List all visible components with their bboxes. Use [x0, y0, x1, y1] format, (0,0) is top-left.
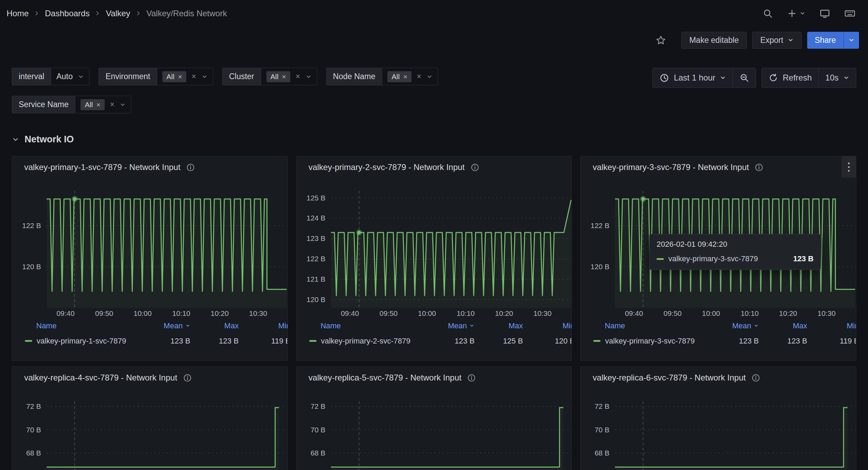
chip-remove-icon[interactable]: ×	[282, 73, 286, 80]
chevron-down-icon[interactable]	[426, 74, 433, 80]
legend-series-name[interactable]: valkey-primary-1-svc-7879	[37, 337, 126, 346]
svg-text:72 B: 72 B	[310, 402, 325, 410]
dashboard-toolbar: Make editable Export Share	[0, 27, 868, 54]
legend-header-mean[interactable]: Mean	[145, 321, 194, 330]
chip-remove-icon[interactable]: ×	[178, 73, 182, 80]
time-controls: Last 1 hour Refresh 10s	[652, 68, 856, 88]
legend-header-mean[interactable]: Mean	[714, 321, 762, 330]
legend-header-name[interactable]: Name	[309, 321, 430, 330]
info-icon[interactable]	[752, 374, 760, 382]
panel-title[interactable]: valkey-replica-4-svc-7879 - Network Inpu…	[24, 373, 177, 383]
filter-chip[interactable]: All×	[81, 99, 105, 110]
svg-text:09:40: 09:40	[625, 309, 643, 317]
panel-title[interactable]: valkey-replica-5-svc-7879 - Network Inpu…	[309, 373, 462, 383]
keyboard-icon[interactable]	[844, 8, 856, 19]
chart-svg[interactable]: 122 B120 B09:4009:5010:0010:1010:2010:30	[12, 178, 287, 318]
legend-min-value: 119 B	[242, 337, 288, 346]
legend-header-max[interactable]: Max	[478, 321, 526, 330]
chevron-right-icon	[135, 10, 142, 17]
make-editable-button[interactable]: Make editable	[681, 32, 747, 49]
legend-series-name[interactable]: valkey-primary-3-svc-7879	[605, 337, 695, 346]
clear-icon[interactable]: ×	[110, 100, 114, 109]
panel-title[interactable]: valkey-primary-1-svc-7879 - Network Inpu…	[24, 162, 180, 172]
variable-select-node-name[interactable]: All× ×	[382, 68, 438, 85]
legend-header-row: Name Mean Max Min	[581, 318, 856, 333]
refresh-button[interactable]: Refresh	[762, 68, 818, 87]
variable-select-cluster[interactable]: All× ×	[261, 68, 317, 85]
clear-icon[interactable]: ×	[295, 72, 300, 81]
panel-title[interactable]: valkey-primary-3-svc-7879 - Network Inpu…	[593, 162, 749, 172]
filter-chip[interactable]: All×	[266, 71, 291, 82]
chart-svg[interactable]: 72 B70 B68 B09:4009:5010:0010:1010:2010:…	[296, 389, 572, 470]
search-icon[interactable]	[763, 8, 773, 19]
timeseries-chart[interactable]: 72 B70 B68 B09:4009:5010:0010:1010:2010:…	[581, 389, 856, 470]
plus-icon	[787, 8, 797, 19]
panel-title[interactable]: valkey-replica-6-svc-7879 - Network Inpu…	[593, 373, 746, 383]
breadcrumb-dashboards[interactable]: Dashboards	[45, 9, 89, 18]
legend-header-min[interactable]: Min	[811, 321, 856, 330]
info-icon[interactable]	[183, 374, 192, 382]
chart-svg[interactable]: 72 B70 B68 B09:4009:5010:0010:1010:2010:…	[581, 389, 856, 470]
legend-header-max[interactable]: Max	[194, 321, 242, 330]
export-button[interactable]: Export	[752, 32, 801, 49]
chip-remove-icon[interactable]: ×	[96, 101, 101, 108]
legend-header-max[interactable]: Max	[762, 321, 811, 330]
panel-menu-button[interactable]	[841, 156, 856, 178]
filter-chip[interactable]: All×	[162, 71, 187, 82]
timeseries-chart[interactable]: 122 B120 B09:4009:5010:0010:1010:2010:30…	[581, 178, 856, 318]
timeseries-chart[interactable]: 72 B70 B68 B09:4009:5010:0010:1010:2010:…	[296, 389, 572, 470]
chip-remove-icon[interactable]: ×	[403, 73, 407, 80]
variable-service-name: Service Name All× ×	[12, 96, 131, 113]
svg-text:09:50: 09:50	[95, 309, 113, 317]
refresh-interval-picker[interactable]: 10s	[818, 68, 856, 87]
variable-select-environment[interactable]: All× ×	[157, 68, 213, 85]
tooltip-series-value: 123 B	[793, 254, 814, 263]
monitor-icon[interactable]	[819, 8, 830, 19]
legend-header-min[interactable]: Min	[242, 321, 288, 330]
legend-header-name[interactable]: Name	[25, 321, 145, 330]
chevron-down-icon[interactable]	[78, 74, 84, 80]
chart-svg[interactable]: 125 B124 B123 B122 B121 B120 B09:4009:50…	[296, 178, 572, 318]
chart-svg[interactable]: 72 B70 B68 B09:4009:5010:0010:1010:2010:…	[12, 389, 287, 470]
dashboard-panel: valkey-replica-5-svc-7879 - Network Inpu…	[296, 366, 572, 470]
chevron-down-icon[interactable]	[201, 74, 208, 80]
share-dropdown-button[interactable]	[843, 32, 859, 49]
timeseries-chart[interactable]: 122 B120 B09:4009:5010:0010:1010:2010:30	[12, 178, 287, 318]
breadcrumb-current: Valkey/Redis Network	[147, 9, 227, 18]
timeseries-chart[interactable]: 72 B70 B68 B09:4009:5010:0010:1010:2010:…	[12, 389, 287, 470]
timeseries-chart[interactable]: 125 B124 B123 B122 B121 B120 B09:4009:50…	[296, 178, 572, 318]
chevron-down-icon	[800, 10, 805, 16]
zoom-out-button[interactable]	[733, 68, 756, 87]
svg-text:70 B: 70 B	[26, 426, 41, 434]
info-icon[interactable]	[467, 374, 476, 382]
chevron-down-icon[interactable]	[305, 74, 312, 80]
chevron-down-icon[interactable]	[120, 102, 126, 108]
legend-header-min[interactable]: Min	[526, 321, 572, 330]
filter-chip[interactable]: All×	[387, 71, 412, 82]
section-network-io[interactable]: Network IO	[12, 134, 868, 145]
legend-header-mean[interactable]: Mean	[430, 321, 478, 330]
svg-text:09:40: 09:40	[341, 309, 359, 317]
info-icon[interactable]	[471, 163, 479, 172]
chevron-down-icon	[185, 323, 190, 328]
share-button[interactable]: Share	[807, 32, 843, 49]
variable-select-service-name[interactable]: All× ×	[75, 96, 131, 113]
clear-icon[interactable]: ×	[417, 72, 421, 81]
legend-header-name[interactable]: Name	[593, 321, 714, 330]
panel-title[interactable]: valkey-primary-2-svc-7879 - Network Inpu…	[309, 162, 465, 172]
panel-legend: Name Mean Max Min valkey-primary-2-svc-7…	[296, 318, 572, 349]
crosshair-marker	[641, 197, 645, 201]
breadcrumb: Home Dashboards Valkey Valkey/Redis Netw…	[7, 9, 227, 18]
time-range-picker[interactable]: Last 1 hour	[653, 68, 733, 87]
star-icon[interactable]	[655, 35, 666, 46]
clear-icon[interactable]: ×	[191, 72, 196, 81]
add-dropdown-button[interactable]	[787, 8, 805, 19]
variable-select-interval[interactable]: Auto	[51, 68, 89, 85]
info-icon[interactable]	[755, 163, 763, 172]
info-icon[interactable]	[186, 163, 195, 172]
breadcrumb-home[interactable]: Home	[7, 9, 29, 18]
legend-series-name[interactable]: valkey-primary-2-svc-7879	[321, 337, 411, 346]
tooltip-series-name: valkey-primary-3-svc-7879	[668, 254, 789, 263]
breadcrumb-folder[interactable]: Valkey	[106, 9, 130, 18]
legend-mean-value: 123 B	[145, 337, 194, 346]
